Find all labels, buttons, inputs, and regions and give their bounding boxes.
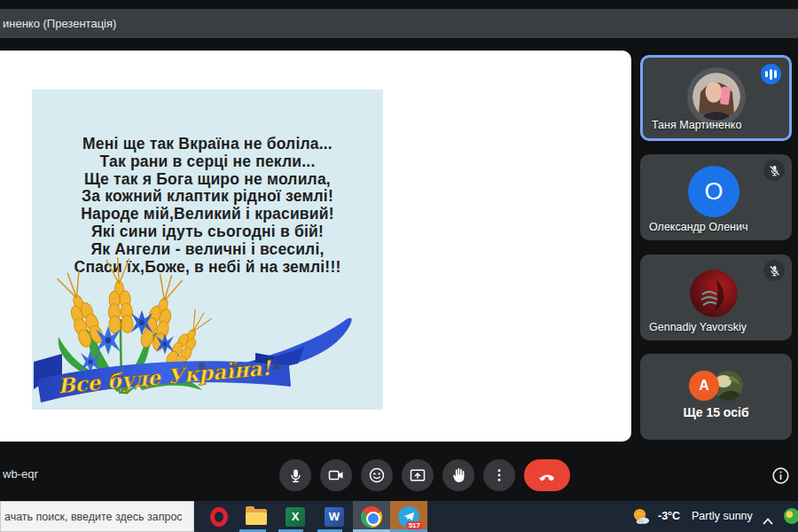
emoji-icon — [368, 466, 386, 484]
camera-button[interactable] — [320, 459, 352, 491]
taskbar-app-chrome[interactable] — [353, 501, 390, 532]
presentation-title-bar: иненко (Презентація) — [0, 9, 798, 38]
present-screen-button[interactable] — [402, 459, 434, 491]
taskbar-app-word[interactable]: W — [316, 501, 353, 532]
avatar-oleksandr: О — [688, 166, 739, 217]
taskbar-app-telegram[interactable]: 517 — [390, 501, 427, 532]
audio-activity-indicator — [761, 64, 781, 84]
poem-line: Ще так я Бога щиро не молила, — [32, 171, 383, 189]
image-artifact-marks — [190, 363, 296, 370]
word-icon: W — [325, 507, 344, 527]
windows-taskbar: ачать поиск, введите здесь запрос X W 51… — [0, 501, 798, 532]
taskbar-app-excel[interactable]: X — [277, 501, 314, 532]
telegram-icon: 517 — [398, 506, 419, 528]
participant-name: Gennadiy Yavorskiy — [649, 321, 747, 333]
weather-icon — [630, 506, 651, 530]
weather-temperature[interactable]: -3°C — [658, 501, 680, 532]
poem-line: Так рани в серці не пекли... — [32, 153, 383, 171]
avatar-letter-a: А — [689, 371, 719, 401]
more-options-icon — [491, 467, 507, 483]
poem-line: За кожний клаптик рідної землі! — [32, 188, 383, 206]
participant-tile-oleksandr[interactable]: О Олександр Оленич — [640, 154, 792, 240]
raise-hand-icon — [450, 466, 467, 484]
presentation-title: иненко (Презентація) — [3, 9, 116, 38]
file-explorer-icon — [246, 509, 267, 525]
participant-name: Таня Мартиненко — [652, 119, 741, 131]
mic-muted-icon — [763, 260, 785, 281]
info-icon — [771, 466, 790, 485]
poem-line: Які сини ідуть сьогодні в бій! — [32, 223, 383, 241]
meet-window: иненко (Презентація) Мені ще так Вкраїна… — [0, 0, 798, 532]
wheat-heads — [56, 256, 212, 372]
taskbar-app-opera[interactable] — [200, 501, 238, 532]
avatar-tanya — [692, 73, 740, 121]
microphone-button[interactable] — [279, 459, 311, 491]
mic-icon — [287, 467, 304, 484]
taskbar-app-file-explorer[interactable] — [238, 501, 275, 532]
more-options-button[interactable] — [483, 459, 515, 491]
end-call-icon — [538, 466, 557, 485]
poem-line: Народе мій,Великий і красивий! — [32, 206, 383, 223]
participant-tile-gennadiy[interactable]: Gennadiy Yavorskiy — [640, 254, 792, 340]
tray-chevron-up-icon[interactable] — [763, 512, 773, 528]
more-participants-label: Ще 15 осіб — [640, 405, 792, 419]
antivirus-tray-icon[interactable] — [784, 508, 798, 524]
participant-tile-others[interactable]: А Ще 15 осіб — [640, 354, 792, 440]
avatar-gennadiy — [690, 270, 738, 317]
chrome-icon — [361, 506, 382, 528]
wheat-ribbon-illustration: Все буде Україна! — [32, 241, 383, 410]
end-call-button[interactable] — [524, 459, 570, 491]
meeting-code: wb-eqr — [3, 467, 38, 481]
participant-tile-tanya[interactable]: Таня Мартиненко — [640, 55, 792, 141]
excel-icon: X — [286, 507, 305, 527]
opera-icon — [210, 507, 228, 527]
taskbar-search-box[interactable]: ачать поиск, введите здесь запрос — [0, 501, 194, 532]
presented-slide-panel: Мені ще так Вкраїна не боліла... Так ран… — [0, 51, 631, 442]
camera-icon — [327, 466, 345, 484]
meeting-info-button[interactable] — [771, 466, 790, 485]
slide-image: Мені ще так Вкраїна не боліла... Так ран… — [32, 90, 383, 410]
telegram-unread-badge: 517 — [406, 521, 423, 530]
weather-condition[interactable]: Partly sunny — [692, 501, 753, 532]
poem-line: Мені ще так Вкраїна не боліла... — [32, 136, 383, 153]
mic-muted-icon — [763, 160, 785, 181]
reactions-button[interactable] — [361, 459, 393, 491]
raise-hand-button[interactable] — [442, 459, 474, 491]
group-avatars: А — [640, 371, 792, 401]
present-icon — [409, 466, 426, 484]
participant-name: Олександр Оленич — [649, 221, 748, 233]
